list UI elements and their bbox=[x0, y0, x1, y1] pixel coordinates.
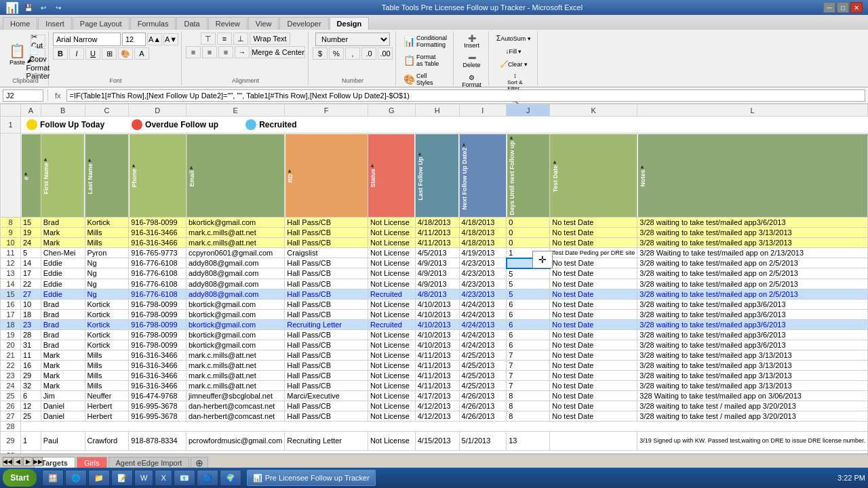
tab-data[interactable]: Data bbox=[176, 17, 207, 30]
col-header-e[interactable]: E bbox=[186, 104, 285, 117]
col-a-header[interactable]: #▼ bbox=[21, 134, 41, 218]
cell-a14[interactable]: 22 bbox=[21, 279, 41, 289]
cell-a26[interactable]: 12 bbox=[21, 401, 41, 411]
cell-b9[interactable]: Mark bbox=[41, 227, 85, 237]
cell-i15[interactable]: 4/23/2013 bbox=[459, 289, 507, 299]
cell-e16[interactable]: bkortick@gmail.com bbox=[186, 299, 285, 309]
col-d-header[interactable]: Phone▼ bbox=[129, 134, 186, 218]
cell-d19[interactable]: 916-798-0099 bbox=[129, 329, 186, 340]
format-cells-button[interactable]: ⚙ Format bbox=[458, 72, 485, 90]
col-c-header[interactable]: Last Name▼ bbox=[85, 134, 129, 218]
sheet-tab-agent-eedge-import[interactable]: Agent eEdge Import bbox=[108, 457, 190, 468]
taskbar-explorer-button[interactable]: 📁 bbox=[88, 470, 110, 486]
cell-i27[interactable]: 4/26/2013 bbox=[459, 411, 507, 421]
cell-j16[interactable]: 6 bbox=[507, 299, 550, 309]
cell-i26[interactable]: 4/26/2013 bbox=[459, 401, 507, 411]
cell-k15[interactable]: No test Date bbox=[550, 289, 637, 299]
cell-j8[interactable]: 0 bbox=[507, 217, 550, 227]
cell-b8[interactable]: Brad bbox=[41, 217, 85, 227]
cell-g25[interactable]: Not License bbox=[368, 390, 415, 401]
cell-b17[interactable]: Brad bbox=[41, 309, 85, 319]
fill-button[interactable]: ↓ Fill ▾ bbox=[502, 45, 525, 57]
cell-b16[interactable]: Brad bbox=[41, 299, 85, 309]
format-as-table-button[interactable]: 📋 Formatas Table bbox=[400, 52, 442, 69]
cell-a20[interactable]: 31 bbox=[21, 340, 41, 350]
cell-d27[interactable]: 916-995-3678 bbox=[129, 411, 186, 421]
cell-f23[interactable]: Hall Pass/CB bbox=[285, 370, 368, 380]
cell-b21[interactable]: Mark bbox=[41, 350, 85, 360]
cell-c23[interactable]: Mills bbox=[85, 370, 129, 380]
col-header-j[interactable]: J bbox=[507, 104, 550, 117]
cell-g27[interactable]: Not License bbox=[368, 411, 415, 421]
cell-f19[interactable]: Hall Pass/CB bbox=[285, 329, 368, 340]
cell-k8[interactable]: No test Date bbox=[550, 217, 637, 227]
indent-button[interactable]: → bbox=[235, 46, 250, 58]
cell-l15[interactable]: 3/28 waiting to take test/mailed app on … bbox=[637, 289, 868, 299]
cell-f17[interactable]: Hall Pass/CB bbox=[285, 309, 368, 319]
cell-d8[interactable]: 916-798-0099 bbox=[129, 217, 186, 227]
cell-j10[interactable]: 0 bbox=[507, 237, 550, 247]
cell-c19[interactable]: Kortick bbox=[85, 329, 129, 340]
cell-d12[interactable]: 916-776-6108 bbox=[129, 258, 186, 268]
cell-l17[interactable]: 3/28 waiting to take test/mailed app3/6/… bbox=[637, 309, 868, 319]
cell-i12[interactable]: 4/23/2013 bbox=[459, 258, 507, 268]
cell-e10[interactable]: mark.c.mills@att.net bbox=[186, 237, 285, 247]
bold-button[interactable]: B bbox=[53, 47, 68, 60]
cell-k23[interactable]: No test Date bbox=[550, 370, 637, 380]
cell-b24[interactable]: Mark bbox=[41, 380, 85, 390]
cell-j24[interactable]: 7 bbox=[507, 380, 550, 390]
cell-g12[interactable]: Not License bbox=[368, 258, 415, 268]
cell-c13[interactable]: Ng bbox=[85, 268, 129, 279]
increase-font-button[interactable]: A▲ bbox=[147, 33, 162, 45]
cell-c9[interactable]: Mills bbox=[85, 227, 129, 237]
cell-h24[interactable]: 4/11/2013 bbox=[415, 380, 459, 390]
cell-d10[interactable]: 916-316-3466 bbox=[129, 237, 186, 247]
cell-h29[interactable]: 4/15/2013 bbox=[415, 431, 459, 450]
cell-h16[interactable]: 4/10/2013 bbox=[415, 299, 459, 309]
cell-c24[interactable]: Mills bbox=[85, 380, 129, 390]
align-top-button[interactable]: ⊤ bbox=[201, 33, 216, 45]
cell-h21[interactable]: 4/11/2013 bbox=[415, 350, 459, 360]
cell-b23[interactable]: Mark bbox=[41, 370, 85, 380]
cell-d15[interactable]: 916-776-6108 bbox=[129, 289, 186, 299]
cell-i23[interactable]: 4/25/2013 bbox=[459, 370, 507, 380]
italic-button[interactable]: I bbox=[69, 47, 84, 60]
clear-button[interactable]: 🧹 Clear ▾ bbox=[496, 58, 531, 70]
cell-f15[interactable]: Hall Pass/CB bbox=[285, 289, 368, 299]
cell-a23[interactable]: 29 bbox=[21, 370, 41, 380]
cell-g10[interactable]: Not License bbox=[368, 237, 415, 247]
cell-g20[interactable]: Not License bbox=[368, 340, 415, 350]
cell-e15[interactable]: addy808@gmail.com bbox=[186, 289, 285, 299]
cell-g23[interactable]: Not License bbox=[368, 370, 415, 380]
comma-button[interactable]: , bbox=[345, 47, 360, 60]
taskbar-active-excel[interactable]: 📊 Pre Licensee Follow up Tracker bbox=[247, 470, 376, 486]
cell-f22[interactable]: Hall Pass/CB bbox=[285, 360, 368, 370]
percent-button[interactable]: % bbox=[329, 47, 344, 60]
autosum-button[interactable]: Σ AutoSum ▾ bbox=[493, 33, 534, 44]
cell-b22[interactable]: Mark bbox=[41, 360, 85, 370]
cell-i8[interactable]: 4/18/2013 bbox=[459, 217, 507, 227]
cell-k24[interactable]: No test Date bbox=[550, 380, 637, 390]
cell-h20[interactable]: 4/10/2013 bbox=[415, 340, 459, 350]
cell-j25[interactable]: 8 bbox=[507, 390, 550, 401]
cell-j18[interactable]: 6 bbox=[507, 319, 550, 329]
col-header-l[interactable]: L bbox=[637, 104, 868, 117]
cell-g13[interactable]: Not License bbox=[368, 268, 415, 279]
col-g-header[interactable]: Status▼ bbox=[368, 134, 415, 218]
cell-j17[interactable]: 6 bbox=[507, 309, 550, 319]
font-name-input[interactable] bbox=[53, 33, 121, 46]
cell-d25[interactable]: 916-474-9768 bbox=[129, 390, 186, 401]
cell-h25[interactable]: 4/17/2013 bbox=[415, 390, 459, 401]
cell-h10[interactable]: 4/11/2013 bbox=[415, 237, 459, 247]
cell-l11[interactable]: 3/28 Waiting to take test/mailed app on … bbox=[637, 247, 868, 258]
cell-e13[interactable]: addy808@gmail.com bbox=[186, 268, 285, 279]
fill-color-button[interactable]: 🎨 bbox=[118, 47, 133, 60]
wrap-text-button[interactable]: Wrap Text bbox=[250, 33, 290, 45]
tab-insert[interactable]: Insert bbox=[38, 17, 72, 30]
cell-k14[interactable]: No test Date bbox=[550, 279, 637, 289]
cell-j26[interactable]: 8 bbox=[507, 401, 550, 411]
cell-e24[interactable]: mark.c.mills@att.net bbox=[186, 380, 285, 390]
cell-l24[interactable]: 3/28 waiting to take test/mailed app 3/1… bbox=[637, 380, 868, 390]
cell-l16[interactable]: 3/28 waiting to take test/mailed app3/6/… bbox=[637, 299, 868, 309]
cell-l13[interactable]: 3/28 waiting to take test/mailed app on … bbox=[637, 268, 868, 279]
